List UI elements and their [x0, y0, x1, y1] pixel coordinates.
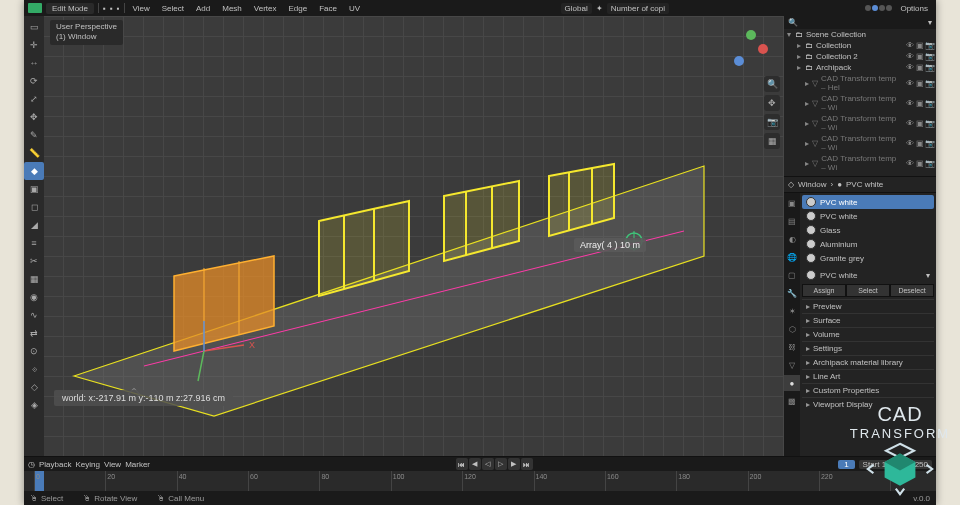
property-panel-header[interactable]: ▸Preview — [802, 299, 934, 313]
outliner-filter-icon[interactable]: ▾ — [928, 18, 932, 27]
material-slot[interactable]: Glass — [802, 223, 934, 237]
tool-scale[interactable]: ⤢ — [24, 90, 44, 108]
menu-vertex[interactable]: Vertex — [250, 3, 281, 14]
property-panel-header[interactable]: ▸Custom Properties — [802, 383, 934, 397]
property-panel-header[interactable]: ▸Settings — [802, 341, 934, 355]
select-button[interactable]: Select — [846, 284, 890, 297]
tab-render[interactable]: ▣ — [784, 195, 800, 211]
axis-z-icon[interactable] — [734, 56, 744, 66]
menu-face[interactable]: Face — [315, 3, 341, 14]
tool-smooth[interactable]: ∿ — [24, 306, 44, 324]
tool-extrude[interactable]: ▣ — [24, 180, 44, 198]
outliner-item[interactable]: ▸🗀Collection👁▣📷 — [784, 40, 936, 51]
property-panel-header[interactable]: ▸Line Art — [802, 369, 934, 383]
active-material-name[interactable]: PVC white — [820, 271, 857, 280]
select-mode-face-icon[interactable]: ▪ — [117, 4, 120, 13]
property-panel-header[interactable]: ▸Volume — [802, 327, 934, 341]
tab-texture[interactable]: ▩ — [784, 393, 800, 409]
zoom-button[interactable]: 🔍 — [764, 76, 780, 92]
prev-key-button[interactable]: ◀ — [469, 458, 481, 470]
tab-material[interactable]: ● — [784, 375, 800, 391]
breadcrumb-object[interactable]: Window — [798, 180, 826, 189]
tab-scene[interactable]: ◐ — [784, 231, 800, 247]
tool-annotate[interactable]: ✎ — [24, 126, 44, 144]
current-frame[interactable]: 1 — [838, 460, 854, 469]
outliner-item[interactable]: ▸▽CAD Transform temp – Hel👁▣📷 — [784, 73, 936, 93]
tool-loopcut[interactable]: ≡ — [24, 234, 44, 252]
menu-add[interactable]: Add — [192, 3, 214, 14]
tool-rotate[interactable]: ⟳ — [24, 72, 44, 90]
snap-target-field[interactable]: Number of copi — [607, 3, 669, 14]
tab-mesh[interactable]: ▽ — [784, 357, 800, 373]
property-panel-header[interactable]: ▸Viewport Display — [802, 397, 934, 411]
outliner-item[interactable]: ▸▽CAD Transform temp – Wi👁▣📷 — [784, 133, 936, 153]
tool-select-box[interactable]: ▭ — [24, 18, 44, 36]
snap-icon[interactable]: ✦ — [596, 4, 603, 13]
tab-physics[interactable]: ⬡ — [784, 321, 800, 337]
select-mode-vertex-icon[interactable]: ▪ — [103, 4, 106, 13]
tool-spin[interactable]: ◉ — [24, 288, 44, 306]
outliner-item[interactable]: ▸▽CAD Transform temp – Wi👁▣📷 — [784, 153, 936, 173]
outliner-item[interactable]: ▸🗀Collection 2👁▣📷 — [784, 51, 936, 62]
property-panel-header[interactable]: ▸Archipack material library — [802, 355, 934, 369]
timeline-track[interactable]: 020406080100120140160180200220240 — [24, 471, 936, 491]
material-slot[interactable]: Granite grey — [802, 251, 934, 265]
material-slot[interactable]: Aluminium — [802, 237, 934, 251]
tab-modifiers[interactable]: 🔧 — [784, 285, 800, 301]
tool-polybuild[interactable]: ▦ — [24, 270, 44, 288]
tool-measure[interactable]: 📏 — [24, 144, 44, 162]
start-frame[interactable]: Start 1 — [859, 460, 891, 469]
next-key-button[interactable]: ▶ — [508, 458, 520, 470]
tab-output[interactable]: ▤ — [784, 213, 800, 229]
deselect-button[interactable]: Deselect — [890, 284, 934, 297]
shading-mode-toggles[interactable] — [865, 5, 892, 11]
tab-world[interactable]: 🌐 — [784, 249, 800, 265]
jump-start-button[interactable]: ⏮ — [456, 458, 468, 470]
tool-edge-slide[interactable]: ⇄ — [24, 324, 44, 342]
overlay-options[interactable]: Options — [896, 3, 932, 14]
play-rev-button[interactable]: ◁ — [482, 458, 494, 470]
tool-extra-2[interactable]: ◈ — [24, 396, 44, 414]
tool-rip[interactable]: ⟐ — [24, 360, 44, 378]
play-button[interactable]: ▷ — [495, 458, 507, 470]
menu-mesh[interactable]: Mesh — [218, 3, 246, 14]
3d-viewport[interactable]: X User Perspective (1) Window 🔍 ✥ — [44, 16, 784, 456]
property-panel-header[interactable]: ▸Surface — [802, 313, 934, 327]
tool-knife[interactable]: ✂ — [24, 252, 44, 270]
tool-inset[interactable]: ◻ — [24, 198, 44, 216]
menu-edge[interactable]: Edge — [284, 3, 311, 14]
assign-button[interactable]: Assign — [802, 284, 846, 297]
camera-button[interactable]: 📷 — [764, 114, 780, 130]
menu-view[interactable]: View — [129, 3, 154, 14]
material-slot[interactable]: PVC white — [802, 209, 934, 223]
ortho-button[interactable]: ▦ — [764, 133, 780, 149]
tool-bevel[interactable]: ◢ — [24, 216, 44, 234]
tool-shrink[interactable]: ⊙ — [24, 342, 44, 360]
axis-x-icon[interactable] — [758, 44, 768, 54]
tab-constraints[interactable]: ⛓ — [784, 339, 800, 355]
tab-particles[interactable]: ✶ — [784, 303, 800, 319]
select-mode-edge-icon[interactable]: ▪ — [110, 4, 113, 13]
material-slot[interactable]: PVC white — [802, 195, 934, 209]
material-browse-icon[interactable]: ▾ — [926, 271, 930, 280]
outliner-item[interactable]: ▸🗀Archipack👁▣📷 — [784, 62, 936, 73]
outliner-search-icon[interactable]: 🔍 — [788, 18, 798, 27]
tool-extra-1[interactable]: ◇ — [24, 378, 44, 396]
outliner-item[interactable]: ▸▽CAD Transform temp – Wi👁▣📷 — [784, 113, 936, 133]
tl-menu-marker[interactable]: Marker — [125, 460, 150, 469]
axis-gizmo[interactable] — [732, 30, 772, 70]
menu-uv[interactable]: UV — [345, 3, 364, 14]
pan-button[interactable]: ✥ — [764, 95, 780, 111]
outliner-item[interactable]: ▸▽CAD Transform temp – Wi👁▣📷 — [784, 93, 936, 113]
outliner-root[interactable]: ▾🗀 Scene Collection — [784, 29, 936, 40]
axis-y-icon[interactable] — [746, 30, 756, 40]
end-frame[interactable]: End 250 — [894, 460, 932, 469]
tool-cursor[interactable]: ✛ — [24, 36, 44, 54]
jump-end-button[interactable]: ⏭ — [521, 458, 533, 470]
tool-move[interactable]: ↔ — [24, 54, 44, 72]
tab-object[interactable]: ▢ — [784, 267, 800, 283]
tl-menu-view[interactable]: View — [104, 460, 121, 469]
tl-menu-playback[interactable]: Playback — [39, 460, 71, 469]
tl-menu-keying[interactable]: Keying — [75, 460, 99, 469]
orientation-dropdown[interactable]: Global — [561, 3, 592, 14]
